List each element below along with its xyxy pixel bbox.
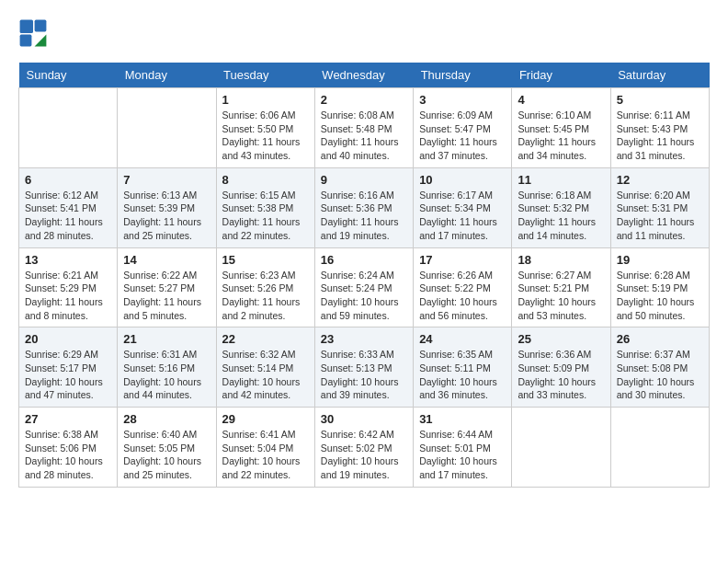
- weekday-header-row: SundayMondayTuesdayWednesdayThursdayFrid…: [19, 63, 710, 88]
- day-number: 24: [419, 332, 506, 346]
- day-info: Sunrise: 6:33 AM Sunset: 5:13 PM Dayligh…: [321, 348, 407, 402]
- calendar-cell: 29Sunrise: 6:41 AM Sunset: 5:04 PM Dayli…: [216, 408, 314, 488]
- calendar-cell: 19Sunrise: 6:28 AM Sunset: 5:19 PM Dayli…: [610, 247, 709, 327]
- weekday-header-monday: Monday: [118, 63, 216, 88]
- day-info: Sunrise: 6:22 AM Sunset: 5:27 PM Dayligh…: [123, 269, 210, 323]
- day-number: 14: [123, 253, 210, 267]
- calendar-cell: 9Sunrise: 6:16 AM Sunset: 5:36 PM Daylig…: [314, 167, 413, 247]
- calendar-cell: 17Sunrise: 6:26 AM Sunset: 5:22 PM Dayli…: [414, 247, 512, 327]
- day-number: 5: [617, 93, 703, 107]
- day-number: 28: [123, 412, 210, 426]
- day-info: Sunrise: 6:41 AM Sunset: 5:04 PM Dayligh…: [222, 428, 309, 482]
- calendar-cell: 6Sunrise: 6:12 AM Sunset: 5:41 PM Daylig…: [19, 167, 118, 247]
- day-info: Sunrise: 6:29 AM Sunset: 5:17 PM Dayligh…: [25, 348, 111, 402]
- day-info: Sunrise: 6:31 AM Sunset: 5:16 PM Dayligh…: [123, 348, 210, 402]
- calendar-cell: 15Sunrise: 6:23 AM Sunset: 5:26 PM Dayli…: [216, 247, 314, 327]
- calendar-cell: 30Sunrise: 6:42 AM Sunset: 5:02 PM Dayli…: [314, 408, 413, 488]
- day-number: 18: [518, 253, 604, 267]
- day-number: 26: [617, 332, 703, 346]
- day-number: 27: [25, 412, 111, 426]
- day-info: Sunrise: 6:23 AM Sunset: 5:26 PM Dayligh…: [222, 269, 309, 323]
- day-info: Sunrise: 6:17 AM Sunset: 5:34 PM Dayligh…: [419, 189, 506, 243]
- calendar-cell: 12Sunrise: 6:20 AM Sunset: 5:31 PM Dayli…: [610, 167, 709, 247]
- day-number: 29: [222, 412, 309, 426]
- calendar-cell: 5Sunrise: 6:11 AM Sunset: 5:43 PM Daylig…: [610, 88, 709, 168]
- calendar-cell: 10Sunrise: 6:17 AM Sunset: 5:34 PM Dayli…: [414, 167, 512, 247]
- day-number: 3: [419, 93, 506, 107]
- calendar-cell: 18Sunrise: 6:27 AM Sunset: 5:21 PM Dayli…: [512, 247, 610, 327]
- day-info: Sunrise: 6:28 AM Sunset: 5:19 PM Dayligh…: [617, 269, 703, 323]
- logo-icon: [18, 18, 48, 48]
- day-info: Sunrise: 6:18 AM Sunset: 5:32 PM Dayligh…: [518, 189, 604, 243]
- day-number: 31: [419, 412, 506, 426]
- day-info: Sunrise: 6:32 AM Sunset: 5:14 PM Dayligh…: [222, 348, 309, 402]
- day-info: Sunrise: 6:09 AM Sunset: 5:47 PM Dayligh…: [419, 109, 506, 163]
- calendar-cell: [19, 88, 118, 168]
- day-info: Sunrise: 6:11 AM Sunset: 5:43 PM Dayligh…: [617, 109, 703, 163]
- day-info: Sunrise: 6:27 AM Sunset: 5:21 PM Dayligh…: [518, 269, 604, 323]
- day-number: 4: [518, 93, 604, 107]
- day-info: Sunrise: 6:15 AM Sunset: 5:38 PM Dayligh…: [222, 189, 309, 243]
- calendar-cell: 31Sunrise: 6:44 AM Sunset: 5:01 PM Dayli…: [414, 408, 512, 488]
- day-number: 15: [222, 253, 309, 267]
- weekday-header-saturday: Saturday: [610, 63, 709, 88]
- svg-rect-1: [20, 20, 33, 33]
- day-number: 6: [25, 173, 111, 187]
- day-number: 7: [123, 173, 210, 187]
- weekday-header-wednesday: Wednesday: [314, 63, 413, 88]
- calendar-cell: 23Sunrise: 6:33 AM Sunset: 5:13 PM Dayli…: [314, 327, 413, 408]
- calendar-cell: 27Sunrise: 6:38 AM Sunset: 5:06 PM Dayli…: [19, 408, 118, 488]
- week-row-5: 27Sunrise: 6:38 AM Sunset: 5:06 PM Dayli…: [19, 408, 710, 488]
- calendar-cell: 28Sunrise: 6:40 AM Sunset: 5:05 PM Dayli…: [118, 408, 216, 488]
- day-info: Sunrise: 6:38 AM Sunset: 5:06 PM Dayligh…: [25, 428, 111, 482]
- weekday-header-sunday: Sunday: [19, 63, 118, 88]
- day-number: 21: [123, 332, 210, 346]
- calendar-cell: [118, 88, 216, 168]
- day-number: 8: [222, 173, 309, 187]
- day-number: 1: [222, 93, 309, 107]
- day-info: Sunrise: 6:20 AM Sunset: 5:31 PM Dayligh…: [617, 189, 703, 243]
- week-row-3: 13Sunrise: 6:21 AM Sunset: 5:29 PM Dayli…: [19, 247, 710, 327]
- day-number: 10: [419, 173, 506, 187]
- day-number: 13: [25, 253, 111, 267]
- calendar-cell: 25Sunrise: 6:36 AM Sunset: 5:09 PM Dayli…: [512, 327, 610, 408]
- weekday-header-thursday: Thursday: [414, 63, 512, 88]
- calendar-cell: 2Sunrise: 6:08 AM Sunset: 5:48 PM Daylig…: [314, 88, 413, 168]
- calendar-cell: 11Sunrise: 6:18 AM Sunset: 5:32 PM Dayli…: [512, 167, 610, 247]
- calendar-cell: 14Sunrise: 6:22 AM Sunset: 5:27 PM Dayli…: [118, 247, 216, 327]
- day-info: Sunrise: 6:36 AM Sunset: 5:09 PM Dayligh…: [518, 348, 604, 402]
- day-number: 16: [321, 253, 407, 267]
- day-number: 17: [419, 253, 506, 267]
- calendar-cell: 22Sunrise: 6:32 AM Sunset: 5:14 PM Dayli…: [216, 327, 314, 408]
- day-info: Sunrise: 6:21 AM Sunset: 5:29 PM Dayligh…: [25, 269, 111, 323]
- day-info: Sunrise: 6:44 AM Sunset: 5:01 PM Dayligh…: [419, 428, 506, 482]
- day-info: Sunrise: 6:37 AM Sunset: 5:08 PM Dayligh…: [617, 348, 703, 402]
- calendar-cell: 8Sunrise: 6:15 AM Sunset: 5:38 PM Daylig…: [216, 167, 314, 247]
- day-info: Sunrise: 6:08 AM Sunset: 5:48 PM Dayligh…: [321, 109, 407, 163]
- calendar-cell: 7Sunrise: 6:13 AM Sunset: 5:39 PM Daylig…: [118, 167, 216, 247]
- day-info: Sunrise: 6:35 AM Sunset: 5:11 PM Dayligh…: [419, 348, 506, 402]
- week-row-4: 20Sunrise: 6:29 AM Sunset: 5:17 PM Dayli…: [19, 327, 710, 408]
- day-number: 30: [321, 412, 407, 426]
- day-number: 23: [321, 332, 407, 346]
- day-info: Sunrise: 6:12 AM Sunset: 5:41 PM Dayligh…: [25, 189, 111, 243]
- day-number: 11: [518, 173, 604, 187]
- calendar-cell: [610, 408, 709, 488]
- day-number: 22: [222, 332, 309, 346]
- day-info: Sunrise: 6:24 AM Sunset: 5:24 PM Dayligh…: [321, 269, 407, 323]
- weekday-header-tuesday: Tuesday: [216, 63, 314, 88]
- day-info: Sunrise: 6:40 AM Sunset: 5:05 PM Dayligh…: [123, 428, 210, 482]
- calendar-cell: 1Sunrise: 6:06 AM Sunset: 5:50 PM Daylig…: [216, 88, 314, 168]
- logo: [18, 18, 53, 48]
- day-info: Sunrise: 6:13 AM Sunset: 5:39 PM Dayligh…: [123, 189, 210, 243]
- page-header: [18, 18, 710, 48]
- calendar-cell: 13Sunrise: 6:21 AM Sunset: 5:29 PM Dayli…: [19, 247, 118, 327]
- day-number: 9: [321, 173, 407, 187]
- day-number: 25: [518, 332, 604, 346]
- day-info: Sunrise: 6:10 AM Sunset: 5:45 PM Dayligh…: [518, 109, 604, 163]
- day-info: Sunrise: 6:06 AM Sunset: 5:50 PM Dayligh…: [222, 109, 309, 163]
- day-number: 20: [25, 332, 111, 346]
- calendar-cell: 21Sunrise: 6:31 AM Sunset: 5:16 PM Dayli…: [118, 327, 216, 408]
- calendar-cell: 4Sunrise: 6:10 AM Sunset: 5:45 PM Daylig…: [512, 88, 610, 168]
- calendar-table: SundayMondayTuesdayWednesdayThursdayFrid…: [18, 63, 710, 488]
